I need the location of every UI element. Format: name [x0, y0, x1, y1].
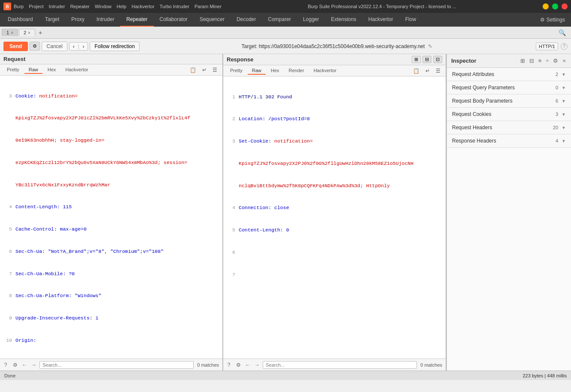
request-line-3a: KpixgTZJ%2fosvapy2X2PJ01cZl%2bmRVLkKe5Xv…: [0, 114, 222, 122]
inspector-icon-grid[interactable]: ⊞: [519, 57, 526, 65]
inspector-section-request-attributes[interactable]: Request Attributes 2 ▼: [447, 68, 571, 81]
request-line-10: 10Origin:: [0, 337, 222, 344]
request-tab-hex[interactable]: Hex: [43, 66, 61, 74]
target-prefix-label: Target:: [242, 43, 259, 49]
response-search-prev-icon[interactable]: ←: [244, 362, 252, 368]
close-button[interactable]: [562, 3, 568, 9]
request-search-settings-icon[interactable]: ⚙: [11, 362, 19, 368]
inspector-icon-split[interactable]: ÷: [545, 57, 550, 65]
response-view-full-icon[interactable]: ⊟: [422, 56, 431, 63]
menu-bar: Burp Project Intruder Repeater Window He…: [14, 4, 222, 9]
nav-tab-logger[interactable]: Logger: [297, 13, 325, 27]
send-button[interactable]: Send: [3, 42, 28, 51]
repeater-tab-1-close[interactable]: ×: [11, 30, 13, 35]
maximize-button[interactable]: [552, 3, 558, 9]
nav-tab-decoder[interactable]: Decoder: [231, 13, 262, 27]
response-view-side-icon[interactable]: ⊞: [412, 56, 421, 63]
menu-window[interactable]: Window: [95, 4, 112, 9]
response-wrap-icon[interactable]: ↵: [423, 67, 432, 75]
response-menu-icon[interactable]: ☰: [433, 67, 443, 75]
menu-repeater[interactable]: Repeater: [70, 4, 89, 9]
request-copy-icon[interactable]: 📋: [187, 66, 199, 74]
menu-project[interactable]: Project: [29, 4, 43, 9]
response-tab-raw[interactable]: Raw: [248, 67, 266, 75]
burp-logo: B: [3, 3, 11, 10]
request-wrap-icon[interactable]: ↵: [200, 66, 209, 74]
repeater-tab-2[interactable]: 2 ×: [19, 29, 35, 36]
menu-turbo-intruder[interactable]: Turbo Intruder: [160, 4, 189, 9]
help-icon[interactable]: ?: [561, 43, 568, 50]
edit-target-icon[interactable]: ✎: [428, 43, 432, 49]
request-search-input[interactable]: [39, 361, 194, 369]
inspector-section-request-headers[interactable]: Request Headers 20 ▼: [447, 121, 571, 134]
response-content[interactable]: 1HTTP/1.1 302 Found 2Location: /post?pos…: [223, 76, 446, 359]
request-line-6: 6Sec-Ch-Ua: "Not?A_Brand";v="8", "Chromi…: [0, 248, 222, 255]
http-version-badge[interactable]: HTTP/1: [536, 43, 558, 50]
search-repeater-icon[interactable]: 🔍: [555, 29, 569, 36]
chevron-down-icon: ▼: [562, 112, 566, 117]
request-line-3d: YBc3l1Tvx6cNx1FxxyKzndBrrqWzhMar: [0, 181, 222, 188]
response-view-alt-icon[interactable]: ⊡: [433, 56, 442, 63]
nav-tab-dashboard[interactable]: Dashboard: [2, 13, 39, 27]
inspector-section-response-headers[interactable]: Response Headers 4 ▼: [447, 134, 571, 148]
minimize-button[interactable]: [543, 3, 549, 9]
request-search-next-icon[interactable]: →: [30, 362, 38, 368]
inspector-section-query-params[interactable]: Request Query Parameters 0 ▼: [447, 81, 571, 94]
request-search-help-icon[interactable]: ?: [2, 362, 9, 368]
response-tab-hackvertor[interactable]: Hackvertor: [309, 67, 340, 75]
nav-back-button[interactable]: ‹: [70, 43, 78, 50]
response-search-settings-icon[interactable]: ⚙: [234, 362, 242, 368]
repeater-tab-2-close[interactable]: ×: [28, 30, 30, 35]
response-tab-hex[interactable]: Hex: [267, 67, 284, 75]
response-search-input[interactable]: [263, 361, 417, 369]
nav-tab-extensions[interactable]: Extensions: [325, 13, 362, 27]
nav-tabs: Dashboard Target Proxy Intruder Repeater…: [0, 13, 571, 27]
response-tab-render[interactable]: Render: [284, 67, 308, 75]
request-content[interactable]: 3Cookie: notification= KpixgTZJ%2fosvapy…: [0, 76, 222, 359]
nav-tab-proxy[interactable]: Proxy: [65, 13, 91, 27]
menu-help[interactable]: Help: [117, 4, 127, 9]
cancel-button[interactable]: Cancel: [42, 42, 67, 51]
inspector-icon-panel[interactable]: ⊟: [528, 57, 535, 65]
status-bar: Done 223 bytes | 448 millis: [0, 371, 571, 380]
send-options-button[interactable]: ⚙: [30, 42, 40, 51]
follow-redirection-button[interactable]: Follow redirection: [90, 42, 140, 51]
menu-intruder[interactable]: Intruder: [49, 4, 65, 9]
inspector-section-body-params[interactable]: Request Body Parameters 6 ▼: [447, 94, 571, 108]
request-tab-pretty[interactable]: Pretty: [3, 66, 24, 74]
response-copy-icon[interactable]: 📋: [410, 67, 422, 75]
nav-tab-hackvertor[interactable]: Hackvertor: [362, 13, 399, 27]
response-panel-header: Response ⊞ ⊟ ⊡: [223, 54, 446, 65]
repeater-tab-1[interactable]: 1 ×: [2, 29, 18, 36]
request-tab-raw[interactable]: Raw: [24, 66, 43, 74]
nav-fwd-button[interactable]: ›: [79, 43, 88, 50]
settings-button[interactable]: ⚙ Settings: [536, 17, 569, 23]
inspector-icon-close[interactable]: ×: [562, 57, 567, 65]
request-tab-hackvertor[interactable]: Hackvertor: [61, 66, 92, 74]
nav-tab-sequencer[interactable]: Sequencer: [194, 13, 231, 27]
request-search-bar: ? ⚙ ← → 0 matches: [0, 359, 222, 371]
menu-burp[interactable]: Burp: [14, 4, 24, 9]
response-line-6: 6: [223, 249, 446, 256]
menu-param-miner[interactable]: Param Miner: [194, 4, 222, 9]
nav-tab-repeater[interactable]: Repeater: [120, 13, 153, 27]
menu-hackvertor[interactable]: Hackvertor: [131, 4, 154, 9]
response-tab-pretty[interactable]: Pretty: [226, 67, 247, 75]
inspector-section-cookies[interactable]: Request Cookies 3 ▼: [447, 108, 571, 121]
add-repeater-tab-button[interactable]: +: [36, 29, 45, 36]
request-panel-tabs: Pretty Raw Hex Hackvertor 📋 ↵ ☰: [0, 64, 222, 76]
nav-tab-comparer[interactable]: Comparer: [262, 13, 297, 27]
nav-tab-collaborator[interactable]: Collaborator: [154, 13, 194, 27]
response-line-1: 1HTTP/1.1 302 Found: [223, 93, 446, 100]
nav-tab-target[interactable]: Target: [39, 13, 65, 27]
request-line-8: 8Sec-Ch-Ua-Platform: "Windows": [0, 292, 222, 299]
request-search-prev-icon[interactable]: ←: [21, 362, 28, 368]
response-search-help-icon[interactable]: ?: [225, 362, 233, 368]
request-menu-icon[interactable]: ☰: [210, 66, 220, 74]
nav-tab-intruder[interactable]: Intruder: [91, 13, 120, 27]
nav-tab-flow[interactable]: Flow: [399, 13, 422, 27]
inspector-header: Inspector ⊞ ⊟ ≡ ÷ ⚙ ×: [447, 54, 571, 68]
inspector-icon-settings[interactable]: ⚙: [552, 57, 559, 65]
inspector-icon-list[interactable]: ≡: [538, 57, 543, 65]
response-search-next-icon[interactable]: →: [253, 362, 261, 368]
